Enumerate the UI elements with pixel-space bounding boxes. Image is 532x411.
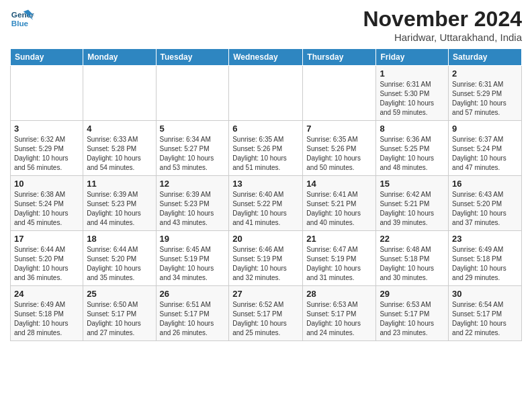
weekday-wednesday: Wednesday — [229, 49, 303, 66]
empty-cell — [11, 66, 83, 121]
weekday-tuesday: Tuesday — [156, 49, 229, 66]
day-info: Sunrise: 6:54 AM Sunset: 5:17 PM Dayligh… — [452, 300, 518, 338]
day-info: Sunrise: 6:44 AM Sunset: 5:20 PM Dayligh… — [14, 245, 79, 283]
day-number: 4 — [87, 124, 152, 134]
day-number: 12 — [160, 179, 226, 189]
day-cell-30: 30Sunrise: 6:54 AM Sunset: 5:17 PM Dayli… — [449, 286, 522, 341]
day-cell-28: 28Sunrise: 6:53 AM Sunset: 5:17 PM Dayli… — [303, 286, 376, 341]
week-row-4: 17Sunrise: 6:44 AM Sunset: 5:20 PM Dayli… — [11, 231, 522, 286]
day-number: 8 — [380, 124, 445, 134]
day-info: Sunrise: 6:53 AM Sunset: 5:17 PM Dayligh… — [380, 300, 445, 338]
day-info: Sunrise: 6:41 AM Sunset: 5:21 PM Dayligh… — [306, 190, 372, 228]
logo-icon: General Blue — [10, 7, 34, 31]
day-info: Sunrise: 6:37 AM Sunset: 5:24 PM Dayligh… — [452, 135, 518, 173]
day-number: 16 — [452, 179, 518, 189]
day-cell-13: 13Sunrise: 6:40 AM Sunset: 5:22 PM Dayli… — [229, 176, 303, 231]
day-number: 11 — [87, 179, 152, 189]
day-cell-19: 19Sunrise: 6:45 AM Sunset: 5:19 PM Dayli… — [156, 231, 229, 286]
calendar-table: SundayMondayTuesdayWednesdayThursdayFrid… — [10, 48, 522, 341]
day-cell-16: 16Sunrise: 6:43 AM Sunset: 5:20 PM Dayli… — [449, 176, 522, 231]
empty-cell — [303, 66, 376, 121]
day-number: 20 — [232, 234, 299, 244]
day-number: 3 — [14, 124, 79, 134]
day-number: 25 — [87, 289, 152, 299]
day-cell-24: 24Sunrise: 6:49 AM Sunset: 5:18 PM Dayli… — [11, 286, 83, 341]
day-info: Sunrise: 6:46 AM Sunset: 5:19 PM Dayligh… — [232, 245, 299, 283]
calendar-body: 1Sunrise: 6:31 AM Sunset: 5:30 PM Daylig… — [11, 66, 522, 341]
day-cell-10: 10Sunrise: 6:38 AM Sunset: 5:24 PM Dayli… — [11, 176, 83, 231]
weekday-header-row: SundayMondayTuesdayWednesdayThursdayFrid… — [11, 49, 522, 66]
day-info: Sunrise: 6:45 AM Sunset: 5:19 PM Dayligh… — [160, 245, 226, 283]
day-info: Sunrise: 6:35 AM Sunset: 5:26 PM Dayligh… — [306, 135, 372, 173]
day-cell-14: 14Sunrise: 6:41 AM Sunset: 5:21 PM Dayli… — [303, 176, 376, 231]
day-info: Sunrise: 6:52 AM Sunset: 5:17 PM Dayligh… — [232, 300, 299, 338]
calendar-header: SundayMondayTuesdayWednesdayThursdayFrid… — [11, 49, 522, 66]
day-number: 22 — [380, 234, 445, 244]
page: General Blue November 2024 Haridwar, Utt… — [0, 0, 532, 411]
day-number: 13 — [232, 179, 299, 189]
empty-cell — [83, 66, 156, 121]
day-info: Sunrise: 6:51 AM Sunset: 5:17 PM Dayligh… — [160, 300, 226, 338]
day-number: 1 — [380, 68, 445, 79]
weekday-monday: Monday — [83, 49, 156, 66]
day-cell-17: 17Sunrise: 6:44 AM Sunset: 5:20 PM Dayli… — [11, 231, 83, 286]
day-info: Sunrise: 6:36 AM Sunset: 5:25 PM Dayligh… — [380, 135, 445, 173]
day-info: Sunrise: 6:42 AM Sunset: 5:21 PM Dayligh… — [380, 190, 445, 228]
logo: General Blue — [10, 7, 34, 31]
title-block: November 2024 Haridwar, Uttarakhand, Ind… — [363, 7, 522, 43]
day-cell-4: 4Sunrise: 6:33 AM Sunset: 5:28 PM Daylig… — [83, 121, 156, 176]
day-info: Sunrise: 6:50 AM Sunset: 5:17 PM Dayligh… — [87, 300, 152, 338]
day-cell-23: 23Sunrise: 6:49 AM Sunset: 5:18 PM Dayli… — [449, 231, 522, 286]
empty-cell — [156, 66, 229, 121]
day-info: Sunrise: 6:43 AM Sunset: 5:20 PM Dayligh… — [452, 190, 518, 228]
day-number: 21 — [306, 234, 372, 244]
day-cell-22: 22Sunrise: 6:48 AM Sunset: 5:18 PM Dayli… — [376, 231, 449, 286]
day-number: 19 — [160, 234, 226, 244]
svg-text:Blue: Blue — [11, 19, 29, 28]
day-info: Sunrise: 6:35 AM Sunset: 5:26 PM Dayligh… — [232, 135, 299, 173]
day-info: Sunrise: 6:31 AM Sunset: 5:30 PM Dayligh… — [380, 80, 445, 118]
day-number: 10 — [14, 179, 79, 189]
day-cell-9: 9Sunrise: 6:37 AM Sunset: 5:24 PM Daylig… — [449, 121, 522, 176]
day-number: 29 — [380, 289, 445, 299]
day-info: Sunrise: 6:32 AM Sunset: 5:29 PM Dayligh… — [14, 135, 79, 173]
weekday-friday: Friday — [376, 49, 449, 66]
day-number: 2 — [452, 68, 518, 79]
day-number: 26 — [160, 289, 226, 299]
week-row-5: 24Sunrise: 6:49 AM Sunset: 5:18 PM Dayli… — [11, 286, 522, 341]
day-number: 28 — [306, 289, 372, 299]
weekday-thursday: Thursday — [303, 49, 376, 66]
header: General Blue November 2024 Haridwar, Utt… — [10, 7, 522, 43]
day-info: Sunrise: 6:39 AM Sunset: 5:23 PM Dayligh… — [160, 190, 226, 228]
day-cell-21: 21Sunrise: 6:47 AM Sunset: 5:19 PM Dayli… — [303, 231, 376, 286]
day-cell-26: 26Sunrise: 6:51 AM Sunset: 5:17 PM Dayli… — [156, 286, 229, 341]
day-cell-12: 12Sunrise: 6:39 AM Sunset: 5:23 PM Dayli… — [156, 176, 229, 231]
day-number: 17 — [14, 234, 79, 244]
day-number: 24 — [14, 289, 79, 299]
location: Haridwar, Uttarakhand, India — [363, 32, 522, 43]
day-cell-18: 18Sunrise: 6:44 AM Sunset: 5:20 PM Dayli… — [83, 231, 156, 286]
day-cell-6: 6Sunrise: 6:35 AM Sunset: 5:26 PM Daylig… — [229, 121, 303, 176]
day-cell-29: 29Sunrise: 6:53 AM Sunset: 5:17 PM Dayli… — [376, 286, 449, 341]
weekday-sunday: Sunday — [11, 49, 83, 66]
day-info: Sunrise: 6:40 AM Sunset: 5:22 PM Dayligh… — [232, 190, 299, 228]
week-row-3: 10Sunrise: 6:38 AM Sunset: 5:24 PM Dayli… — [11, 176, 522, 231]
day-info: Sunrise: 6:49 AM Sunset: 5:18 PM Dayligh… — [452, 245, 518, 283]
day-cell-25: 25Sunrise: 6:50 AM Sunset: 5:17 PM Dayli… — [83, 286, 156, 341]
month-title: November 2024 — [363, 7, 522, 32]
day-info: Sunrise: 6:49 AM Sunset: 5:18 PM Dayligh… — [14, 300, 79, 338]
day-cell-3: 3Sunrise: 6:32 AM Sunset: 5:29 PM Daylig… — [11, 121, 83, 176]
day-info: Sunrise: 6:44 AM Sunset: 5:20 PM Dayligh… — [87, 245, 152, 283]
day-number: 5 — [160, 124, 226, 134]
day-number: 14 — [306, 179, 372, 189]
empty-cell — [229, 66, 303, 121]
weekday-saturday: Saturday — [449, 49, 522, 66]
day-cell-1: 1Sunrise: 6:31 AM Sunset: 5:30 PM Daylig… — [376, 66, 449, 121]
day-info: Sunrise: 6:53 AM Sunset: 5:17 PM Dayligh… — [306, 300, 372, 338]
day-cell-11: 11Sunrise: 6:39 AM Sunset: 5:23 PM Dayli… — [83, 176, 156, 231]
day-cell-27: 27Sunrise: 6:52 AM Sunset: 5:17 PM Dayli… — [229, 286, 303, 341]
day-cell-7: 7Sunrise: 6:35 AM Sunset: 5:26 PM Daylig… — [303, 121, 376, 176]
day-cell-15: 15Sunrise: 6:42 AM Sunset: 5:21 PM Dayli… — [376, 176, 449, 231]
day-info: Sunrise: 6:34 AM Sunset: 5:27 PM Dayligh… — [160, 135, 226, 173]
week-row-1: 1Sunrise: 6:31 AM Sunset: 5:30 PM Daylig… — [11, 66, 522, 121]
